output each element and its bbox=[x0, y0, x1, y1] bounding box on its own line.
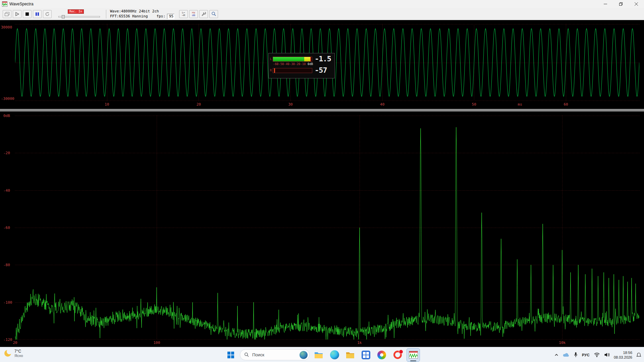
minimize-button[interactable] bbox=[598, 0, 613, 8]
language-indicator[interactable]: РУС bbox=[582, 353, 590, 357]
level-yellow-segment bbox=[304, 57, 310, 61]
browser-ring-icon bbox=[393, 351, 402, 359]
tray-time: 18:56 bbox=[614, 350, 632, 355]
format-info: Wave:48000Hz 24bit 2ch FFT:65536 Hanning… bbox=[110, 9, 174, 19]
axis-tick-label: 10 bbox=[105, 102, 109, 107]
file-explorer-icon bbox=[314, 351, 323, 359]
taskbar: 7°C Ясно Поиск bbox=[0, 347, 644, 362]
open-device-button[interactable] bbox=[3, 10, 11, 18]
titlebar: WaveSpectra bbox=[0, 0, 644, 8]
taskbar-center: Поиск bbox=[224, 348, 420, 362]
edge-icon bbox=[330, 350, 339, 359]
axis-tick-label: 30000 bbox=[1, 25, 12, 29]
axis-tick-label: -40 bbox=[3, 188, 10, 193]
toolbar: Rec. In Wave:48000Hz 24bit 2ch FFT:65536… bbox=[0, 8, 644, 20]
app-icon-file-explorer[interactable] bbox=[312, 348, 325, 362]
app-icon-browser[interactable] bbox=[391, 348, 404, 362]
axis-tick-label: 30 bbox=[288, 102, 292, 107]
pause-button[interactable] bbox=[33, 10, 42, 18]
app-icon-wavespectra[interactable] bbox=[407, 348, 420, 362]
window-title: WaveSpectra bbox=[9, 2, 34, 6]
axis-tick-label: 100 bbox=[154, 341, 160, 345]
tray-date: 08.03.2026 bbox=[614, 355, 632, 360]
channel-button-label: L⌐ ¬R bbox=[182, 11, 185, 17]
taskbar-clock[interactable]: 18:56 08.03.2026 bbox=[614, 350, 632, 360]
axis-tick-label: -60 bbox=[3, 226, 10, 230]
spectrum-panel: 0dB-20-40-60-80-100-120201001k10k bbox=[0, 112, 644, 347]
axis-tick-label: -100 bbox=[3, 300, 12, 305]
system-tray: РУС 18:56 08.03.2026 bbox=[554, 347, 641, 362]
windows-copy-icon bbox=[4, 12, 10, 16]
axis-tick-label: -30000 bbox=[1, 97, 14, 101]
search-icon bbox=[244, 352, 249, 357]
axis-tick-label: 60 bbox=[564, 102, 568, 107]
slider-thumb[interactable] bbox=[62, 15, 65, 18]
notifications-bell-icon[interactable] bbox=[636, 352, 641, 358]
stop-button[interactable] bbox=[23, 10, 32, 18]
fps-label: fps: bbox=[157, 14, 166, 19]
toolbar-separator bbox=[106, 10, 107, 18]
photos-icon bbox=[377, 351, 386, 359]
waveform-panel: 30000-30000102030405060ms L -1.5 -60-50-… bbox=[0, 20, 644, 109]
volume-icon[interactable] bbox=[604, 352, 610, 357]
right-channel-label: R bbox=[270, 69, 273, 72]
axis-tick-label: 50 bbox=[472, 102, 476, 107]
left-level-bar bbox=[273, 57, 312, 62]
search-daily-image[interactable] bbox=[300, 351, 308, 359]
fps-value: 95 bbox=[167, 14, 174, 19]
weather-condition: Ясно bbox=[14, 354, 23, 358]
rec-in-indicator: Rec. In bbox=[68, 9, 84, 14]
folder-icon bbox=[346, 351, 355, 359]
axis-scale-button[interactable]: Hz dB bbox=[189, 10, 198, 18]
left-db-value: -1.5 bbox=[315, 55, 331, 63]
stop-icon bbox=[25, 12, 29, 16]
play-button[interactable] bbox=[13, 10, 21, 18]
start-button[interactable] bbox=[224, 348, 237, 362]
wifi-icon[interactable] bbox=[594, 352, 600, 357]
loop-icon bbox=[45, 12, 50, 16]
axis-tick-label: -120 bbox=[3, 338, 12, 342]
cloud-icon[interactable] bbox=[563, 352, 570, 357]
app-icon-edge[interactable] bbox=[328, 348, 341, 362]
panel-splitter[interactable] bbox=[0, 109, 644, 112]
settings-button[interactable] bbox=[199, 10, 208, 18]
wave-format-text: Wave:48000Hz 24bit 2ch bbox=[110, 9, 174, 14]
app-icon-store[interactable] bbox=[359, 348, 373, 362]
weather-temp: 7°C bbox=[14, 349, 23, 354]
pause-icon bbox=[35, 12, 39, 16]
wavespectra-app-icon bbox=[2, 1, 7, 7]
zoom-tool-button[interactable] bbox=[209, 10, 218, 18]
loop-button[interactable] bbox=[43, 10, 52, 18]
input-level-slider[interactable] bbox=[58, 15, 100, 18]
axis-tick-label: 0dB bbox=[3, 114, 10, 118]
magnifier-icon bbox=[211, 11, 216, 16]
axis-tick-label: -80 bbox=[3, 263, 10, 267]
right-level-bar bbox=[273, 68, 312, 73]
app-icon-photos[interactable] bbox=[375, 348, 388, 362]
right-db-value: -57 bbox=[315, 67, 327, 74]
axis-button-label: Hz dB bbox=[192, 11, 195, 17]
close-button[interactable] bbox=[629, 0, 644, 8]
level-meter-window[interactable]: L -1.5 -60-50-40-30-20-10 0dB R -57 bbox=[268, 53, 335, 78]
windows-logo-icon bbox=[227, 351, 234, 359]
channel-select-button[interactable]: L⌐ ¬R bbox=[179, 10, 188, 18]
store-icon bbox=[362, 351, 370, 359]
spectrum-canvas bbox=[15, 116, 639, 340]
axis-tick-label: ms bbox=[518, 102, 522, 107]
restore-button[interactable] bbox=[613, 0, 629, 8]
level-green-segment bbox=[273, 57, 304, 61]
record-input-group: Rec. In bbox=[58, 9, 103, 18]
wrench-icon bbox=[201, 11, 206, 16]
chevron-up-icon[interactable] bbox=[554, 353, 559, 357]
axis-tick-label: 20 bbox=[13, 341, 17, 345]
axis-tick-label: 20 bbox=[197, 102, 201, 107]
restore-icon bbox=[619, 2, 623, 6]
axis-tick-label: 1k bbox=[357, 341, 362, 345]
weather-widget[interactable]: 7°C Ясно bbox=[3, 349, 23, 358]
taskbar-search[interactable]: Поиск bbox=[240, 349, 310, 360]
left-channel-label: L bbox=[270, 58, 273, 61]
axis-tick-label: 40 bbox=[380, 102, 384, 107]
axis-tick-label: -20 bbox=[3, 151, 10, 155]
app-icon-folder[interactable] bbox=[343, 348, 357, 362]
microphone-icon[interactable] bbox=[574, 352, 578, 358]
